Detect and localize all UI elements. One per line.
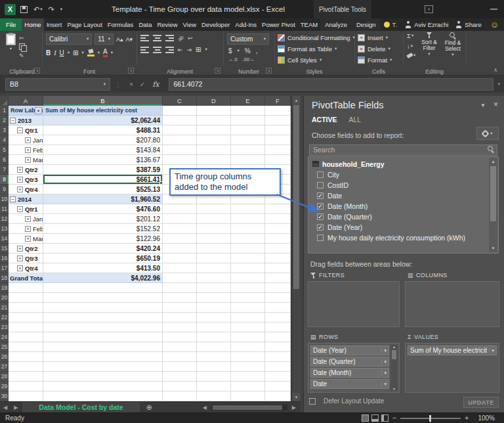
area-field-button[interactable]: Date (Month)▾ <box>310 368 389 378</box>
cell-B28[interactable] <box>43 372 163 382</box>
cell-E4[interactable] <box>231 135 265 145</box>
zoom-slider[interactable] <box>400 418 461 419</box>
cell-F2[interactable] <box>265 116 291 125</box>
cell-C14[interactable] <box>163 234 197 244</box>
pivot-header-row-labels[interactable]: Row Labels▼ <box>9 106 43 116</box>
expand-toggle-icon[interactable]: + <box>17 177 23 183</box>
cell-F6[interactable] <box>265 155 291 165</box>
rows-scroll-thumb[interactable] <box>392 350 396 359</box>
row-header-13[interactable]: 13 <box>0 224 9 234</box>
pivot-label-cell[interactable]: +Qtr3 <box>9 175 43 185</box>
row-header-12[interactable]: 12 <box>0 214 9 224</box>
row-header-25[interactable]: 25 <box>0 342 9 352</box>
select-all-corner[interactable] <box>0 96 9 106</box>
pivot-label-cell[interactable]: +Qtr4 <box>9 263 43 273</box>
cell-D24[interactable] <box>197 332 231 342</box>
tab-view[interactable]: View <box>180 18 199 31</box>
row-header-7[interactable]: 7 <box>0 165 9 175</box>
cell-B24[interactable] <box>43 332 163 342</box>
row-header-24[interactable]: 24 <box>0 332 9 342</box>
expand-toggle-icon[interactable]: + <box>25 147 31 153</box>
paste-button[interactable]: ▾ <box>6 33 16 59</box>
pivot-label-cell[interactable]: +Qtr4 <box>9 185 43 194</box>
pivot-label-cell[interactable]: −2014 <box>9 194 43 204</box>
cell-D30[interactable] <box>197 391 231 401</box>
cell-D15[interactable] <box>197 244 231 254</box>
cell-E12[interactable] <box>231 214 265 224</box>
clipboard-dialog-launcher[interactable]: ↘ <box>34 68 40 74</box>
cell-D4[interactable] <box>197 135 231 145</box>
tab-file[interactable]: File <box>0 18 22 31</box>
cell-D1[interactable] <box>197 106 231 116</box>
expand-toggle-icon[interactable]: − <box>10 196 16 202</box>
expand-toggle-icon[interactable]: + <box>25 226 31 232</box>
pivot-value-cell[interactable]: $413.50 <box>43 263 163 273</box>
column-header-b[interactable]: B <box>43 96 163 106</box>
cell-F16[interactable] <box>265 254 291 263</box>
pivot-label-cell[interactable]: +Mar <box>9 155 43 165</box>
cell-A28[interactable] <box>9 372 43 382</box>
expand-toggle-icon[interactable]: + <box>17 187 23 192</box>
cell-A24[interactable] <box>9 332 43 342</box>
customize-quick-access-icon[interactable]: ▾ <box>60 7 62 12</box>
field-dropdown-arrow[interactable]: ▾ <box>381 348 387 353</box>
cell-E28[interactable] <box>231 372 265 382</box>
expand-toggle-icon[interactable]: + <box>17 256 23 261</box>
cell-E13[interactable] <box>231 224 265 234</box>
cell-E25[interactable] <box>231 342 265 352</box>
scroll-down-icon[interactable]: ▼ <box>292 393 301 401</box>
cell-C26[interactable] <box>163 352 197 362</box>
pivot-label-cell[interactable]: +Feb <box>9 224 43 234</box>
cell-A25[interactable] <box>9 342 43 352</box>
cell-D2[interactable] <box>197 116 231 125</box>
cell-A22[interactable] <box>9 313 43 323</box>
new-sheet-icon[interactable]: ⊕ <box>141 403 158 412</box>
enter-icon[interactable]: ✓ <box>140 81 145 88</box>
format-cells-button[interactable]: Format▾ <box>356 55 402 66</box>
values-drop-area[interactable]: Sum of My house electricity ...▾ <box>405 343 499 393</box>
tab-review[interactable]: Review <box>154 18 180 31</box>
list-scroll-thumb[interactable] <box>490 166 496 221</box>
cell-F18[interactable] <box>265 273 291 283</box>
font-dialog-launcher[interactable]: ↘ <box>128 68 134 74</box>
cell-B19[interactable] <box>43 283 163 293</box>
tab-data[interactable]: Data <box>136 18 154 31</box>
undo-button[interactable]: ↶▾ <box>33 5 42 14</box>
pivot-value-cell[interactable]: $1,960.52 <box>43 194 163 204</box>
field-checkbox[interactable] <box>317 203 324 210</box>
cell-D17[interactable] <box>197 263 231 273</box>
cell-C10[interactable] <box>163 194 197 204</box>
row-header-5[interactable]: 5 <box>0 145 9 155</box>
update-button[interactable]: UPDATE <box>463 397 499 408</box>
expand-toggle-icon[interactable]: + <box>17 167 23 173</box>
cell-C4[interactable] <box>163 135 197 145</box>
cell-D5[interactable] <box>197 145 231 155</box>
format-as-table-button[interactable]: Format as Table▾ <box>276 43 353 55</box>
page-layout-view-icon[interactable] <box>371 414 379 422</box>
sheet-tab-active[interactable]: Data Model - Cost by date <box>21 402 140 412</box>
cell-E3[interactable] <box>231 125 265 135</box>
cell-C23[interactable] <box>163 323 197 332</box>
row-header-26[interactable]: 26 <box>0 352 9 362</box>
pivot-label-cell[interactable]: +Qtr3 <box>9 254 43 263</box>
cancel-icon[interactable]: × <box>129 81 133 88</box>
column-header-c[interactable]: C <box>163 96 197 106</box>
name-box[interactable]: B8▾ <box>5 78 110 91</box>
cell-C30[interactable] <box>163 391 197 401</box>
rows-area-scrollbar[interactable]: ▲ ▼ <box>390 345 398 391</box>
column-header-a[interactable]: A <box>9 96 43 106</box>
field-dropdown-arrow[interactable]: ▾ <box>381 370 387 376</box>
italic-button[interactable]: I <box>54 49 56 56</box>
cell-E23[interactable] <box>231 323 265 332</box>
area-field-button[interactable]: Date▾ <box>310 379 389 389</box>
cell-C19[interactable] <box>163 283 197 293</box>
cell-C27[interactable] <box>163 362 197 372</box>
excel-logo-icon[interactable]: X <box>5 4 16 15</box>
expand-toggle-icon[interactable]: + <box>25 137 31 143</box>
cell-F10[interactable] <box>265 194 291 204</box>
cell-D22[interactable] <box>197 313 231 323</box>
cell-D26[interactable] <box>197 352 231 362</box>
normal-view-icon[interactable] <box>362 414 369 422</box>
cell-A19[interactable] <box>9 283 43 293</box>
cell-C2[interactable] <box>163 116 197 125</box>
